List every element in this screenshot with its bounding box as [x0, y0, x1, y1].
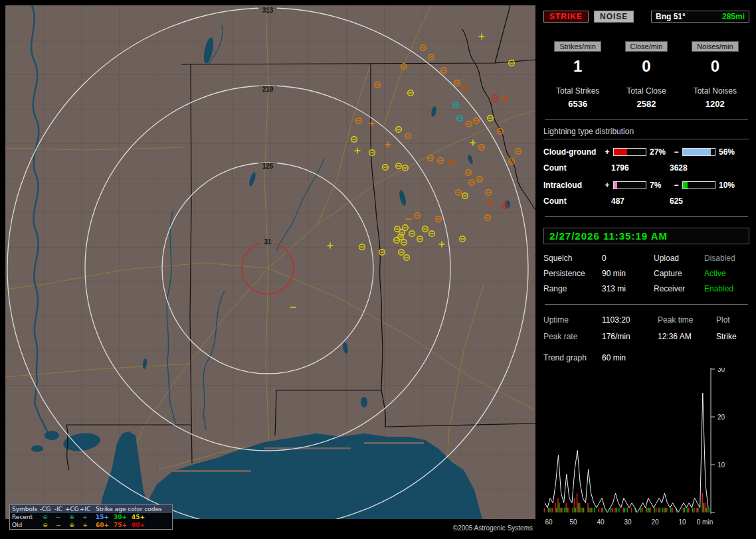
legend-recent-label: Recent [12, 514, 39, 520]
svg-text:30: 30 [717, 368, 725, 373]
count-label: Count [543, 196, 603, 206]
receiver-label: Receiver [654, 284, 704, 293]
plot-value: Strike [716, 332, 749, 341]
lightning-map[interactable]: 313 219 125 31 [5, 5, 535, 519]
peak-time-label: Peak time [658, 315, 716, 325]
legend-row-recent: Recent ⊖ − ⊕ + 15+ 30+ 45+ [10, 513, 172, 521]
ic-positive-bar [613, 181, 646, 189]
status-panel: STRIKE NOISE Bng 51° 285mi Strikes/min 1… [539, 5, 753, 534]
age-code-60: 60+ [96, 522, 114, 528]
trend-graph: 30 20 10 60 50 40 30 20 10 0 min [543, 368, 744, 534]
divider [545, 304, 748, 305]
noises-per-min-value: 0 [681, 57, 749, 76]
persistence-value: 90 min [602, 269, 654, 278]
svg-text:313: 313 [262, 7, 274, 14]
trend-strike-line [545, 393, 708, 512]
divider [545, 119, 748, 120]
ic-negative-count: 625 [670, 196, 683, 206]
cg-positive-count: 1796 [611, 163, 670, 173]
legend-age-title: Strike age color codes [92, 506, 170, 512]
age-code-75: 75+ [114, 522, 132, 528]
age-code-45: 45+ [132, 514, 149, 520]
trend-y-labels: 30 20 10 [717, 368, 725, 469]
noises-per-min-cell: Noises/min 0 [681, 41, 749, 76]
svg-text:20: 20 [717, 414, 725, 421]
plot-label: Plot [716, 315, 749, 325]
circle-minus-icon: ⊖ [39, 522, 52, 528]
total-strikes-cell: Total Strikes 6536 [543, 86, 612, 109]
circle-plus-icon: ⊕ [65, 514, 78, 520]
cg-negative-count: 3628 [670, 163, 688, 173]
ic-negative-pct: 10% [719, 181, 741, 190]
minus-icon: − [52, 522, 65, 528]
total-strikes-value: 6536 [543, 99, 612, 109]
intracloud-label: Intracloud [543, 181, 603, 190]
trend-y-ticks [711, 369, 715, 512]
svg-text:60: 60 [545, 518, 553, 526]
close-per-min-value: 0 [612, 57, 680, 76]
uptime-value: 1103:20 [602, 315, 658, 325]
ltd-section-header: Lightning type distribution [543, 127, 749, 139]
trend-window-value: 60 min [602, 353, 626, 362]
strikes-per-min-value: 1 [543, 57, 612, 76]
legend-col-icp: +IC [78, 506, 92, 512]
minus-sign: − [672, 147, 680, 157]
svg-text:30: 30 [624, 518, 632, 526]
display-mode-row: STRIKE NOISE Bng 51° 285mi [543, 11, 749, 23]
legend-header: Symbols -CG -IC +CG +IC Strike age color… [10, 505, 172, 513]
noises-per-min-chip: Noises/min [692, 41, 738, 52]
plus-icon: + [78, 522, 92, 528]
age-code-30: 30+ [114, 514, 132, 520]
cloud-ground-label: Cloud-ground [543, 147, 603, 157]
ic-negative-bar [682, 181, 715, 189]
rates-section: Strikes/min 1 Close/min 0 Noises/min 0 [543, 41, 749, 76]
trend-header: Trend graph 60 min [543, 353, 749, 362]
svg-text:40: 40 [597, 518, 605, 526]
peak-time-value: 12:36 AM [658, 332, 716, 341]
total-noises-cell: Total Noises 1202 [681, 86, 749, 109]
svg-text:20: 20 [651, 518, 659, 526]
svg-text:125: 125 [262, 163, 274, 170]
bearing-value: Bng 51° [656, 12, 686, 21]
legend-col-cgn: -CG [39, 506, 52, 512]
receiver-value: Enabled [704, 284, 749, 293]
close-per-min-cell: Close/min 0 [612, 41, 680, 76]
legend-old-label: Old [12, 522, 39, 528]
total-close-cell: Total Close 2582 [612, 86, 680, 109]
total-noises-value: 1202 [681, 99, 749, 109]
divider [545, 216, 748, 217]
app-window: 313 219 125 31 ©2005 Astrogenic Systems … [0, 0, 756, 539]
range-label: Range [543, 284, 602, 293]
cloud-ground-count-row: Count 1796 3628 [543, 163, 749, 173]
total-close-value: 2582 [612, 99, 680, 109]
noise-toggle-button[interactable]: NOISE [594, 11, 634, 23]
count-label: Count [543, 163, 603, 173]
settings-grid: Squelch 0 Upload Disabled Persistence 90… [543, 254, 749, 293]
cg-negative-bar [682, 148, 715, 156]
minus-icon: − [52, 514, 65, 520]
bearing-display: Bng 51° 285mi [651, 11, 749, 23]
peak-rate-value: 176/min [602, 332, 658, 341]
age-code-90: 90+ [132, 522, 149, 528]
plus-sign: + [603, 147, 611, 157]
strikes-per-min-chip: Strikes/min [554, 41, 601, 52]
legend-row-old: Old ⊖ − ⊕ + 60+ 75+ 90+ [10, 521, 172, 529]
strike-toggle-button[interactable]: STRIKE [543, 11, 589, 23]
cloud-ground-row: Cloud-ground + 27% − 56% [543, 147, 749, 157]
map-panel: 313 219 125 31 ©2005 Astrogenic Systems … [5, 5, 535, 534]
ic-positive-pct: 7% [650, 181, 672, 190]
close-per-min-chip: Close/min [625, 41, 668, 52]
svg-text:31: 31 [264, 238, 272, 246]
upload-label: Upload [654, 254, 704, 263]
strikes-per-min-cell: Strikes/min 1 [543, 41, 612, 76]
legend-col-cgp: +CG [65, 506, 78, 512]
total-strikes-label: Total Strikes [543, 86, 612, 96]
trend-graph-label: Trend graph [543, 353, 602, 362]
uptime-label: Uptime [543, 315, 602, 325]
svg-text:50: 50 [569, 518, 577, 526]
intracloud-row: Intracloud + 7% − 10% [543, 181, 749, 190]
svg-text:219: 219 [262, 86, 274, 93]
total-close-label: Total Close [612, 86, 680, 96]
plus-sign: + [603, 181, 611, 190]
svg-text:0 min: 0 min [697, 518, 713, 526]
